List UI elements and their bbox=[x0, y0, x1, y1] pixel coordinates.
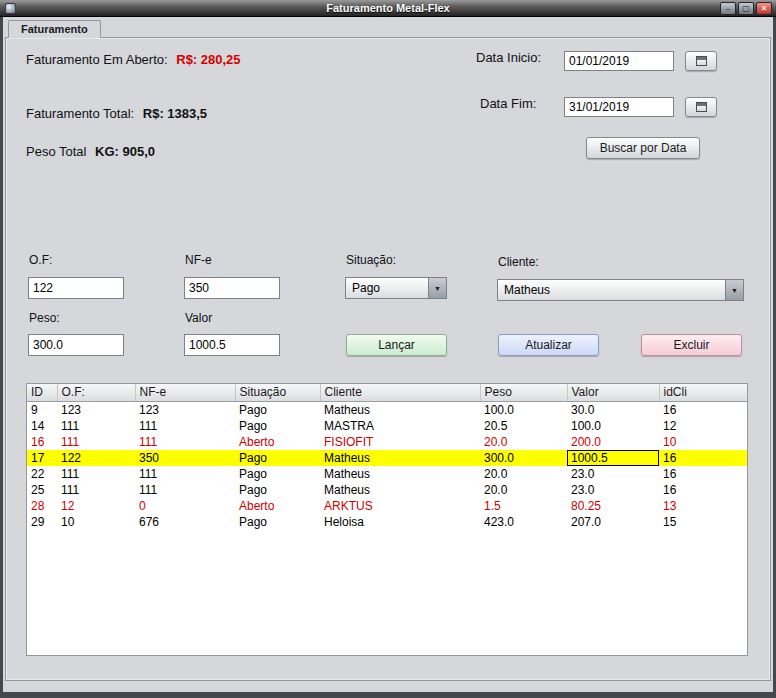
table-cell[interactable]: 80.25 bbox=[567, 498, 659, 514]
table-cell[interactable]: ARKTUS bbox=[320, 498, 480, 514]
nfe-input[interactable] bbox=[184, 277, 280, 299]
table-cell[interactable]: 20.5 bbox=[480, 418, 567, 434]
table-cell[interactable]: 22 bbox=[27, 466, 57, 482]
col-header-idcli[interactable]: idCli bbox=[659, 384, 747, 401]
table-cell[interactable]: 15 bbox=[659, 514, 747, 530]
table-row[interactable]: 16111111AbertoFISIOFIT20.0200.010 bbox=[27, 434, 747, 450]
minimize-button[interactable]: – bbox=[720, 2, 736, 15]
table-cell[interactable]: Pago bbox=[235, 418, 320, 434]
table-cell[interactable]: 25 bbox=[27, 482, 57, 498]
table-cell[interactable]: 29 bbox=[27, 514, 57, 530]
table-cell[interactable]: Matheus bbox=[320, 482, 480, 498]
table-cell[interactable]: 16 bbox=[27, 434, 57, 450]
end-date-input[interactable] bbox=[564, 97, 674, 117]
table-cell[interactable]: 122 bbox=[57, 450, 135, 466]
start-date-input[interactable] bbox=[564, 51, 674, 71]
table-cell[interactable]: Heloisa bbox=[320, 514, 480, 530]
table-cell[interactable]: 100.0 bbox=[480, 401, 567, 418]
table-cell[interactable]: 423.0 bbox=[480, 514, 567, 530]
end-date-picker-button[interactable] bbox=[685, 97, 717, 117]
table-cell[interactable]: 100.0 bbox=[567, 418, 659, 434]
table-cell[interactable]: 20.0 bbox=[480, 434, 567, 450]
table-cell[interactable]: 1000.5 bbox=[567, 450, 659, 466]
table-cell[interactable]: Matheus bbox=[320, 450, 480, 466]
table-row[interactable]: 22111111PagoMatheus20.023.016 bbox=[27, 466, 747, 482]
table-cell[interactable]: 13 bbox=[659, 498, 747, 514]
col-header-cliente[interactable]: Cliente bbox=[320, 384, 480, 401]
situacao-combobox[interactable]: Pago ▼ bbox=[345, 277, 447, 299]
table-row[interactable]: 17122350PagoMatheus300.01000.516 bbox=[27, 450, 747, 466]
maximize-button[interactable]: ▢ bbox=[738, 2, 754, 15]
table-cell[interactable]: Aberto bbox=[235, 498, 320, 514]
table-cell[interactable]: 16 bbox=[659, 466, 747, 482]
table-cell[interactable]: 23.0 bbox=[567, 482, 659, 498]
table-cell[interactable]: Pago bbox=[235, 466, 320, 482]
col-header-valor[interactable]: Valor bbox=[567, 384, 659, 401]
table-cell[interactable]: 676 bbox=[135, 514, 235, 530]
table-cell[interactable]: 20.0 bbox=[480, 482, 567, 498]
table-cell[interactable]: Matheus bbox=[320, 401, 480, 418]
table-cell[interactable]: 10 bbox=[57, 514, 135, 530]
table-row[interactable]: 14111111PagoMASTRA20.5100.012 bbox=[27, 418, 747, 434]
valor-input[interactable] bbox=[184, 334, 280, 356]
table-row[interactable]: 9123123PagoMatheus100.030.016 bbox=[27, 401, 747, 418]
table-cell[interactable]: Matheus bbox=[320, 466, 480, 482]
table-cell[interactable]: 23.0 bbox=[567, 466, 659, 482]
table-cell[interactable]: 111 bbox=[135, 418, 235, 434]
table-cell[interactable]: 14 bbox=[27, 418, 57, 434]
start-date-picker-button[interactable] bbox=[685, 51, 717, 71]
atualizar-button[interactable]: Atualizar bbox=[498, 334, 599, 356]
table-cell[interactable]: 0 bbox=[135, 498, 235, 514]
col-header-nfe[interactable]: NF-e bbox=[135, 384, 235, 401]
table-cell[interactable]: Pago bbox=[235, 401, 320, 418]
table-cell[interactable]: 111 bbox=[135, 434, 235, 450]
table-cell[interactable]: 12 bbox=[57, 498, 135, 514]
table-cell[interactable]: 123 bbox=[57, 401, 135, 418]
col-header-situacao[interactable]: Situação bbox=[235, 384, 320, 401]
table-cell[interactable]: 111 bbox=[57, 418, 135, 434]
table-cell[interactable]: 207.0 bbox=[567, 514, 659, 530]
table-cell[interactable]: 111 bbox=[57, 482, 135, 498]
table-row[interactable]: 28120AbertoARKTUS1.580.2513 bbox=[27, 498, 747, 514]
peso-input[interactable] bbox=[28, 334, 124, 356]
table-cell[interactable]: 111 bbox=[135, 466, 235, 482]
lancar-button[interactable]: Lançar bbox=[346, 334, 447, 356]
col-header-peso[interactable]: Peso bbox=[480, 384, 567, 401]
table-cell[interactable]: 123 bbox=[135, 401, 235, 418]
table-cell[interactable]: 12 bbox=[659, 418, 747, 434]
table-cell[interactable]: Aberto bbox=[235, 434, 320, 450]
table-cell[interactable]: Pago bbox=[235, 514, 320, 530]
table-cell[interactable]: 300.0 bbox=[480, 450, 567, 466]
table-cell[interactable]: 17 bbox=[27, 450, 57, 466]
table-cell[interactable]: 350 bbox=[135, 450, 235, 466]
table-row[interactable]: 25111111PagoMatheus20.023.016 bbox=[27, 482, 747, 498]
table-cell[interactable]: 28 bbox=[27, 498, 57, 514]
table-cell[interactable]: MASTRA bbox=[320, 418, 480, 434]
window-title: Faturamento Metal-Flex bbox=[0, 2, 776, 14]
table-cell[interactable]: 200.0 bbox=[567, 434, 659, 450]
table-cell[interactable]: Pago bbox=[235, 450, 320, 466]
tab-faturamento[interactable]: Faturamento bbox=[8, 20, 101, 38]
table-cell[interactable]: 16 bbox=[659, 401, 747, 418]
excluir-button[interactable]: Excluir bbox=[641, 334, 742, 356]
table-cell[interactable]: 111 bbox=[57, 434, 135, 450]
table-cell[interactable]: 20.0 bbox=[480, 466, 567, 482]
table-cell[interactable]: 9 bbox=[27, 401, 57, 418]
cliente-combobox[interactable]: Matheus ▼ bbox=[497, 279, 744, 301]
of-input[interactable] bbox=[28, 277, 124, 299]
table-cell[interactable]: FISIOFIT bbox=[320, 434, 480, 450]
table-row[interactable]: 2910676PagoHeloisa423.0207.015 bbox=[27, 514, 747, 530]
table-cell[interactable]: 1.5 bbox=[480, 498, 567, 514]
table-cell[interactable]: 111 bbox=[135, 482, 235, 498]
table-cell[interactable]: 10 bbox=[659, 434, 747, 450]
close-button[interactable]: ✕ bbox=[756, 2, 772, 15]
table-cell[interactable]: 16 bbox=[659, 450, 747, 466]
table-cell[interactable]: 30.0 bbox=[567, 401, 659, 418]
titlebar[interactable]: Faturamento Metal-Flex – ▢ ✕ bbox=[0, 0, 776, 17]
table-cell[interactable]: Pago bbox=[235, 482, 320, 498]
col-header-of[interactable]: O.F: bbox=[57, 384, 135, 401]
search-by-date-button[interactable]: Buscar por Data bbox=[586, 137, 700, 159]
col-header-id[interactable]: ID bbox=[27, 384, 57, 401]
table-cell[interactable]: 111 bbox=[57, 466, 135, 482]
table-cell[interactable]: 16 bbox=[659, 482, 747, 498]
